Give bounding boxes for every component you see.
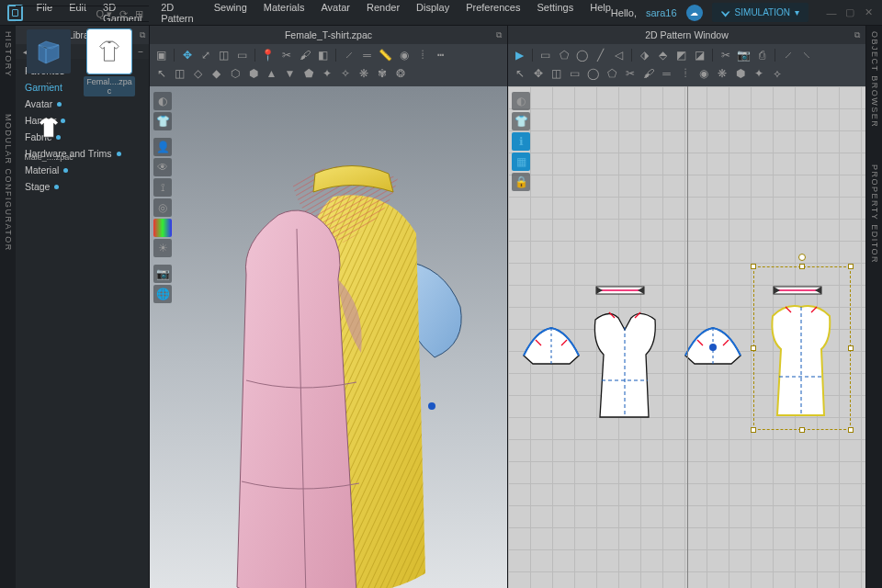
selection-handle-tl[interactable] <box>751 264 756 269</box>
maximize-button[interactable]: ▢ <box>843 6 856 19</box>
tool-e10[interactable]: ❋ <box>356 66 371 82</box>
vp-globe-icon[interactable]: 🌐 <box>153 285 172 303</box>
tool-2d-x7[interactable]: ✂ <box>622 66 638 82</box>
vp2-surface-icon[interactable]: ◐ <box>512 92 530 110</box>
tool-zipper[interactable]: ⦙ <box>414 48 430 63</box>
vp-camera-icon[interactable]: 📷 <box>153 265 172 283</box>
tool-box[interactable]: ▭ <box>234 48 250 63</box>
vp2-garment-icon[interactable]: 👕 <box>512 112 530 130</box>
tool-gizmo[interactable]: ⤢ <box>198 48 213 63</box>
tool-2d-a[interactable]: ⬗ <box>637 48 652 63</box>
tool-tape[interactable]: ═ <box>359 48 375 63</box>
tool-2d-cut[interactable]: ✂ <box>718 48 733 63</box>
tool-2d-x15[interactable]: ⟡ <box>769 66 785 82</box>
selection-rotate-handle[interactable] <box>798 254 806 261</box>
tool-e2[interactable]: ◆ <box>209 66 224 82</box>
tool-move[interactable]: ✥ <box>179 48 195 63</box>
menu-2d-pattern[interactable]: 2D Pattern <box>161 2 198 24</box>
vp-avatar-icon[interactable]: 👤 <box>153 138 172 156</box>
simulation-button[interactable]: SIMULATION ▾ <box>712 3 808 22</box>
tool-2d-print[interactable]: ⎙ <box>754 48 770 63</box>
vp-xray-icon[interactable]: ◎ <box>153 198 172 217</box>
viewport-3d[interactable]: ◐ 👕 👤 👁 ⟟ ◎ ☀ 📷 🌐 <box>150 86 508 588</box>
vp-show-icon[interactable]: 👁 <box>153 158 172 176</box>
tool-2d-line[interactable]: ╱ <box>593 48 608 63</box>
tool-2d-x2[interactable]: ✥ <box>530 66 546 82</box>
tool-2d-circle[interactable]: ◯ <box>574 48 590 63</box>
tool-2d-x6[interactable]: ⬠ <box>604 66 619 82</box>
tool-2d-x12[interactable]: ❋ <box>714 66 729 82</box>
vp2-layer-icon[interactable]: ▦ <box>512 153 530 171</box>
tool-lasso[interactable]: ◫ <box>216 48 232 63</box>
vp-garment-icon[interactable]: 👕 <box>153 112 172 130</box>
tool-2d-x11[interactable]: ◉ <box>695 66 711 82</box>
tool-e4[interactable]: ⬢ <box>245 66 261 82</box>
tool-2d-x10[interactable]: ⦙ <box>677 66 693 82</box>
tab-3d-file[interactable]: Female_T-shirt.zpac⧉ <box>150 26 508 44</box>
selection-handle-tr[interactable] <box>848 264 854 269</box>
rail-object-browser[interactable]: OBJECT BROWSER <box>870 31 879 128</box>
tool-e3[interactable]: ⬡ <box>227 66 243 82</box>
tool-pin[interactable]: 📍 <box>260 48 276 63</box>
tool-select[interactable]: ▣ <box>153 48 169 63</box>
vp-stress-icon[interactable] <box>153 219 172 237</box>
tool-e12[interactable]: ❂ <box>392 66 408 82</box>
viewport-2d[interactable]: ◐ 👕 ℹ ▦ 🔒 <box>508 86 866 588</box>
tool-2d-c[interactable]: ◩ <box>673 48 689 63</box>
tool-2d-x4[interactable]: ▭ <box>567 66 582 82</box>
rail-property-editor[interactable]: PROPERTY EDITOR <box>870 164 879 264</box>
tool-e7[interactable]: ⬟ <box>300 66 316 82</box>
minimize-button[interactable]: — <box>825 6 838 19</box>
tool-cursor[interactable]: ↖ <box>153 66 169 82</box>
tool-e1[interactable]: ◇ <box>190 66 206 82</box>
tool-2d-b[interactable]: ⬘ <box>655 48 671 63</box>
username[interactable]: sara16 <box>646 7 677 18</box>
refresh-icon[interactable]: ⟳ <box>119 8 128 20</box>
tool-2d-x13[interactable]: ⬢ <box>732 66 748 82</box>
thumb-female-tshirt[interactable]: Femal....zpac <box>84 29 135 96</box>
menu-settings[interactable]: Settings <box>537 2 573 24</box>
tool-button[interactable]: ◉ <box>396 48 412 63</box>
tool-2d-rect[interactable]: ▭ <box>537 48 553 63</box>
tool-2d-x14[interactable]: ✦ <box>751 66 766 82</box>
tool-2d-x1[interactable]: ↖ <box>512 66 527 82</box>
tool-2d-x3[interactable]: ◫ <box>548 66 564 82</box>
tool-2d-x8[interactable]: 🖌 <box>640 66 656 82</box>
tab-2d-pattern[interactable]: 2D Pattern Window⧉ <box>508 26 866 44</box>
tool-2d-seam[interactable]: ⟍ <box>798 48 814 63</box>
pattern-collar-left[interactable] <box>595 284 646 297</box>
vp-surface-icon[interactable]: ◐ <box>153 92 172 110</box>
tool-2d-x9[interactable]: ═ <box>659 66 674 82</box>
search-icon[interactable]: Q ▾ <box>96 8 112 20</box>
selection-handle-ml[interactable] <box>751 345 756 351</box>
vp2-lock-icon[interactable]: 🔒 <box>512 173 530 191</box>
tool-brush[interactable]: 🖌 <box>297 48 312 63</box>
menu-sewing[interactable]: Sewing <box>214 2 247 24</box>
tool-needle[interactable]: ⟋ <box>341 48 356 63</box>
cloud-icon[interactable]: ☁ <box>686 5 703 21</box>
tool-2d-tape[interactable]: 📷 <box>736 48 752 63</box>
tool-e11[interactable]: ✾ <box>374 66 390 82</box>
tool-mesh[interactable]: ◫ <box>172 66 187 82</box>
tool-e8[interactable]: ✦ <box>319 66 334 82</box>
pattern-sleeve-right[interactable] <box>681 323 745 369</box>
tool-e9[interactable]: ✧ <box>337 66 353 82</box>
tool-2d-sew[interactable]: ⟋ <box>780 48 796 63</box>
tool-ruler[interactable]: 📏 <box>378 48 393 63</box>
menu-render[interactable]: Render <box>367 2 400 24</box>
rail-history[interactable]: HISTORY <box>4 31 13 77</box>
tool-e5[interactable]: ▲ <box>264 66 279 82</box>
tool-scissors[interactable]: ✂ <box>278 48 294 63</box>
selection-handle-br[interactable] <box>848 427 854 433</box>
close-button[interactable]: ✕ <box>862 6 875 19</box>
tool-topstitch[interactable]: ┅ <box>433 48 448 63</box>
menu-materials[interactable]: Materials <box>264 2 305 24</box>
menu-display[interactable]: Display <box>416 2 449 24</box>
vp-bone-icon[interactable]: ⟟ <box>153 178 172 197</box>
selection-handle-tc[interactable] <box>799 264 805 269</box>
pattern-sleeve-left[interactable] <box>519 323 583 369</box>
popout-icon[interactable]: ⧉ <box>496 30 502 40</box>
grid-view-icon[interactable]: ⊞ <box>135 8 143 20</box>
tool-2d-dart[interactable]: ◁ <box>611 48 627 63</box>
selection-rect[interactable] <box>753 266 851 430</box>
